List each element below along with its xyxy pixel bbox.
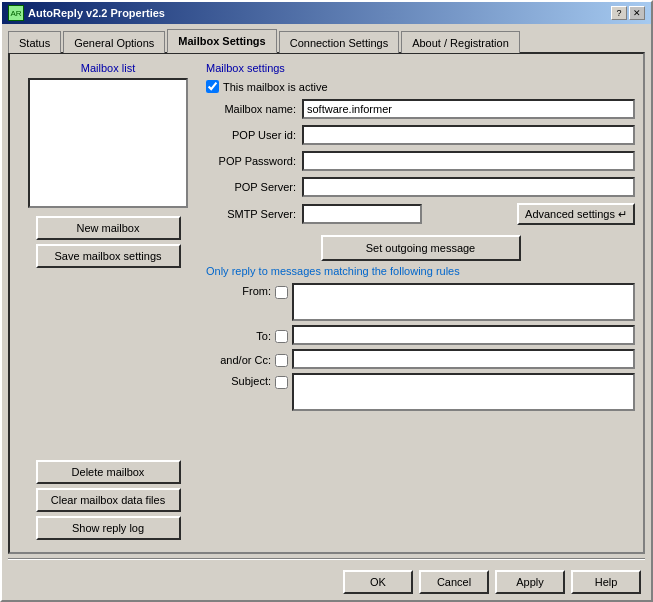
title-bar-left: AR AutoReply v2.2 Properties	[8, 5, 165, 21]
tab-connection[interactable]: Connection Settings	[279, 31, 399, 53]
show-log-button[interactable]: Show reply log	[36, 516, 181, 540]
from-input[interactable]	[292, 283, 635, 321]
to-rule-row: To:	[206, 325, 635, 345]
tab-mailbox[interactable]: Mailbox Settings	[167, 29, 276, 53]
main-window: AR AutoReply v2.2 Properties ? ✕ Status …	[0, 0, 653, 602]
active-checkbox[interactable]	[206, 80, 219, 93]
bottom-bar: OK Cancel Apply Help	[2, 564, 651, 600]
to-label: To:	[206, 330, 271, 342]
pop-user-input[interactable]	[302, 125, 635, 145]
to-input[interactable]	[292, 325, 635, 345]
close-button[interactable]: ✕	[629, 6, 645, 20]
cc-checkbox[interactable]	[275, 354, 288, 367]
cc-input[interactable]	[292, 349, 635, 369]
smtp-row: SMTP Server: Advanced settings ↵	[206, 203, 635, 225]
from-rule-row: From:	[206, 283, 635, 321]
help-button[interactable]: ?	[611, 6, 627, 20]
title-bar: AR AutoReply v2.2 Properties ? ✕	[2, 2, 651, 24]
mailbox-name-input[interactable]	[302, 99, 635, 119]
cc-rule-row: and/or Cc:	[206, 349, 635, 369]
title-buttons: ? ✕	[611, 6, 645, 20]
app-icon: AR	[8, 5, 24, 21]
advanced-settings-button[interactable]: Advanced settings ↵	[517, 203, 635, 225]
subject-checkbox[interactable]	[275, 376, 288, 389]
rules-prefix: Only reply to messages matching the	[206, 265, 390, 277]
rules-link: following rules	[390, 265, 460, 277]
from-label: From:	[206, 285, 271, 297]
pop-server-row: POP Server:	[206, 177, 635, 197]
mailbox-name-label: Mailbox name:	[206, 103, 296, 115]
tab-about[interactable]: About / Registration	[401, 31, 520, 53]
main-panel: Mailbox list New mailbox Save mailbox se…	[10, 54, 643, 552]
subject-rule-row: Subject:	[206, 373, 635, 411]
tab-general[interactable]: General Options	[63, 31, 165, 53]
cancel-button[interactable]: Cancel	[419, 570, 489, 594]
mailbox-list-label: Mailbox list	[81, 62, 135, 74]
rules-label: Only reply to messages matching the foll…	[206, 265, 635, 277]
delete-mailbox-button[interactable]: Delete mailbox	[36, 460, 181, 484]
pop-password-input[interactable]	[302, 151, 635, 171]
divider	[8, 558, 645, 560]
help-dialog-button[interactable]: Help	[571, 570, 641, 594]
new-mailbox-button[interactable]: New mailbox	[36, 216, 181, 240]
pop-password-row: POP Password:	[206, 151, 635, 171]
cc-label: and/or Cc:	[206, 354, 271, 366]
pop-user-label: POP User id:	[206, 129, 296, 141]
pop-server-label: POP Server:	[206, 181, 296, 193]
active-label: This mailbox is active	[223, 81, 328, 93]
mailbox-listbox[interactable]	[28, 78, 188, 208]
tabs-row: Status General Options Mailbox Settings …	[2, 24, 651, 52]
active-checkbox-row: This mailbox is active	[206, 80, 635, 93]
pop-password-label: POP Password:	[206, 155, 296, 167]
pop-server-input[interactable]	[302, 177, 635, 197]
mailbox-settings-label: Mailbox settings	[206, 62, 635, 74]
subject-label: Subject:	[206, 375, 271, 387]
tab-status[interactable]: Status	[8, 31, 61, 53]
clear-data-button[interactable]: Clear mailbox data files	[36, 488, 181, 512]
right-panel: Mailbox settings This mailbox is active …	[206, 62, 635, 544]
ok-button[interactable]: OK	[343, 570, 413, 594]
from-checkbox[interactable]	[275, 286, 288, 299]
smtp-input[interactable]	[302, 204, 422, 224]
pop-user-row: POP User id:	[206, 125, 635, 145]
to-checkbox[interactable]	[275, 330, 288, 343]
set-message-button[interactable]: Set outgoing message	[321, 235, 521, 261]
save-settings-button[interactable]: Save mailbox settings	[36, 244, 181, 268]
subject-input[interactable]	[292, 373, 635, 411]
left-panel: Mailbox list New mailbox Save mailbox se…	[18, 62, 198, 544]
apply-button[interactable]: Apply	[495, 570, 565, 594]
mailbox-name-row: Mailbox name:	[206, 99, 635, 119]
content-area: Mailbox list New mailbox Save mailbox se…	[8, 52, 645, 554]
smtp-label: SMTP Server:	[206, 208, 296, 220]
window-title: AutoReply v2.2 Properties	[28, 7, 165, 19]
